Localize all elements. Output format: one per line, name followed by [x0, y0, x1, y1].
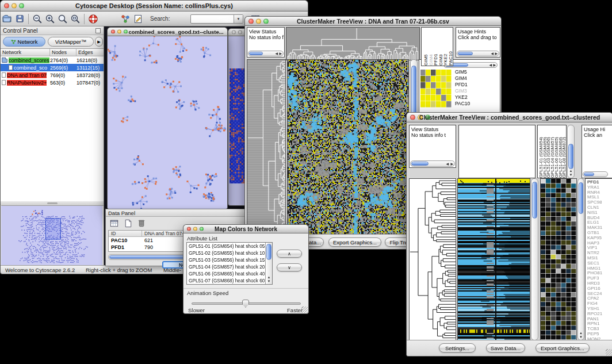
dotgrid-network-canvas[interactable] [230, 68, 246, 183]
column-header-nodes[interactable]: Nodes [50, 49, 76, 56]
data-panel-new-button[interactable] [123, 219, 133, 231]
network-view-titlebar[interactable]: combined_scores_good.txt--cluste... [107, 27, 228, 36]
scroll-up-icon[interactable]: ▲ [579, 331, 583, 335]
tv1-column-dendrogram-canvas[interactable] [286, 28, 419, 60]
tv1-row-label[interactable]: YKE2 [455, 94, 470, 101]
attribute-item[interactable]: GPL51-02 (GSM855) heat shock 10 min [187, 250, 265, 256]
tv2-column-labels-panel[interactable]: GPL51-01 (GSM854)GPL51-02 (GSM855)GPL51-… [537, 125, 567, 178]
network-graph-canvas[interactable] [108, 36, 227, 209]
tv2-settings-button[interactable]: Settings... [439, 343, 476, 352]
tv2-export-graphics-button[interactable]: Export Graphics... [536, 343, 590, 352]
tv2-status-scrollbar[interactable]: ◀▶ [410, 160, 455, 167]
help-button[interactable] [87, 13, 100, 25]
scroll-right-icon[interactable]: ▶ [493, 63, 496, 67]
attribute-item[interactable]: GPL51-04 (GSM857) heat shock 20 min [187, 263, 265, 270]
attribute-item[interactable]: GPL51-01 (GSM854) heat shock 05 min [187, 243, 265, 250]
slider-thumb[interactable] [242, 300, 249, 308]
scroll-down-icon[interactable]: ▼ [569, 173, 573, 177]
tv2-hints-scrollbar[interactable] [583, 171, 608, 177]
tv2-column-label[interactable]: GPL51-06 (GSM865) [554, 125, 559, 178]
tv2-column-label[interactable]: GPL51-04 (GSM857) [550, 125, 554, 178]
move-down-button[interactable]: ∨ [277, 263, 302, 271]
panel-float-icon[interactable] [95, 28, 101, 33]
resize-grip[interactable] [606, 349, 612, 355]
tv1-column-label[interactable]: GIM3 [438, 28, 443, 66]
scroll-right-icon[interactable]: ▶ [495, 52, 498, 55]
column-header-network[interactable]: Network [1, 49, 50, 56]
tv2-zoom-vscrollbar[interactable]: ▲▼ [577, 178, 584, 340]
tv1-column-label[interactable]: GIM5 [423, 28, 429, 66]
main-titlebar[interactable]: Cytoscape Desktop (Session Name: collins… [0, 0, 308, 12]
attribute-listbox[interactable]: GPL51-01 (GSM854) heat shock 05 minGPL51… [186, 242, 273, 285]
attribute-item[interactable]: GPL51-07 (GSM868) heat shock 60 min [187, 277, 265, 284]
zoom-out-button[interactable] [31, 13, 44, 25]
scrollbar-thumb[interactable] [266, 244, 271, 260]
scrollbar-thumb[interactable] [579, 182, 583, 214]
panel-splitter[interactable] [1, 201, 104, 205]
tv2-heatmap-canvas[interactable] [458, 179, 530, 340]
treeview2-titlebar[interactable]: ClusterMaker TreeView : combined_scores_… [406, 112, 612, 122]
scroll-down-icon[interactable]: ▼ [579, 335, 583, 339]
tab-network[interactable]: Network [3, 37, 45, 47]
scrollbar-thumb[interactable] [568, 144, 573, 169]
scrollbar-thumb[interactable] [249, 52, 263, 55]
zoom-in-button[interactable] [44, 13, 56, 25]
treeview1-titlebar[interactable]: ClusterMaker TreeView : DNA and Tran 07-… [244, 16, 502, 26]
data-panel-delete-button[interactable] [137, 219, 147, 231]
attribute-list-scrollbar[interactable]: ▲▼ [265, 243, 272, 284]
tv1-status-scrollbar[interactable]: ◀▶ [248, 51, 284, 56]
tv1-hints-scrollbar[interactable]: ◀▶ [457, 51, 499, 56]
scroll-right-icon[interactable]: ▶ [279, 52, 282, 55]
save-session-button[interactable] [13, 13, 26, 25]
close-icon[interactable] [232, 30, 236, 35]
tv2-column-dendrogram-area[interactable] [458, 125, 536, 178]
tv2-row-dendrogram-canvas[interactable] [410, 179, 456, 340]
scroll-down-icon[interactable]: ▼ [267, 279, 271, 283]
overview-thumbnail-canvas[interactable] [1, 206, 102, 266]
tv2-labels-vscrollbar[interactable]: ▲▼ [567, 125, 575, 178]
scroll-right-icon[interactable]: ▶ [450, 162, 453, 165]
tv1-global-heatmap-canvas[interactable] [420, 70, 452, 108]
tv1-column-label[interactable]: GIM4 [429, 28, 434, 66]
scrollbar-thumb[interactable] [532, 182, 537, 219]
scrollbar-thumb[interactable] [411, 162, 429, 166]
scroll-up-icon[interactable]: ▲ [569, 169, 573, 173]
scrollbar-thumb[interactable] [458, 52, 473, 55]
animation-speed-slider[interactable] [192, 300, 301, 308]
scroll-left-icon[interactable]: ◀ [489, 63, 492, 67]
attribute-item[interactable]: GPL51-03 (GSM856) heat shock 15 min [187, 256, 265, 263]
zoom-fit-button[interactable] [56, 13, 69, 25]
tv1-row-label[interactable]: PFD1 [455, 82, 470, 88]
network-list-row[interactable]: combined_scores 2764(0) 16218(0) [1, 56, 104, 64]
tv2-save-data-button[interactable]: Save Data... [486, 343, 525, 352]
tv1-column-labels-panel[interactable]: GIM5GIM4PFD1GIM3YKE2PAC10 [421, 27, 453, 66]
network-table-header[interactable]: Network Nodes Edges [1, 49, 104, 56]
tv2-heatmap-vscrollbar[interactable] [531, 178, 538, 340]
scroll-left-icon[interactable]: ◀ [446, 162, 449, 165]
tv1-heatmap-canvas[interactable] [288, 60, 408, 234]
tv1-column-label[interactable]: YKE2 [443, 28, 448, 66]
scroll-left-icon[interactable]: ◀ [491, 52, 494, 55]
tv2-column-label[interactable]: GPL51-08 (GSM872) [562, 125, 566, 178]
dialog-titlebar[interactable]: Map Colors to Network [183, 224, 309, 233]
zoom-selected-button[interactable] [69, 13, 82, 25]
network-list-row[interactable]: DNA and Tran 07 769(0) 183728(0) [1, 71, 104, 79]
tv1-row-label[interactable]: PAC10 [455, 101, 470, 107]
tv1-row-label[interactable]: GIM5 [455, 69, 470, 75]
data-panel-table-button[interactable] [109, 219, 119, 231]
search-dropdown-button[interactable]: ▼ [234, 15, 243, 23]
tv1-column-label[interactable]: PFD1 [433, 28, 438, 66]
data-column-id[interactable]: ID [109, 231, 142, 236]
network-list-row[interactable]: combined_sco 2569(6) 13112(15) [1, 64, 104, 71]
tab-vizmapper[interactable]: VizMapper™ [48, 37, 94, 47]
column-header-edges[interactable]: Edges [76, 49, 104, 56]
search-input[interactable] [191, 15, 234, 23]
tab-overflow-button[interactable]: ▶ [95, 37, 103, 47]
move-up-button[interactable]: ∧ [277, 250, 302, 258]
scrollbar-thumb[interactable] [584, 173, 594, 176]
scroll-left-icon[interactable]: ◀ [275, 52, 278, 55]
resize-grip[interactable] [301, 306, 308, 313]
tv1-column-label[interactable]: PAC10 [448, 28, 453, 66]
tv2-zoom-heatmap-canvas[interactable] [541, 179, 576, 340]
tv1-export-graphics-button[interactable]: Export Graphics... [328, 237, 381, 247]
